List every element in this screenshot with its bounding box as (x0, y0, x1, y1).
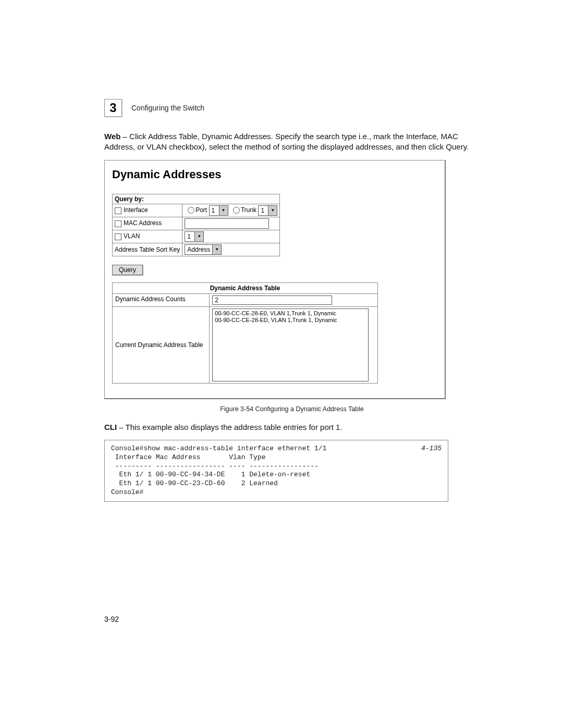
trunk-radio[interactable] (233, 207, 240, 214)
query-button[interactable]: Query (112, 265, 143, 275)
intro-bold: Web (104, 132, 120, 141)
list-item[interactable]: 00-90-CC-CE-28-E0, VLAN 1,Trunk 1, Dynam… (215, 310, 366, 317)
port-dropdown[interactable]: 1▼ (209, 205, 228, 216)
screenshot-title: Dynamic Addresses (112, 168, 437, 181)
sortkey-controls: Address▼ (182, 243, 280, 256)
cli-line: Console# (111, 488, 143, 496)
page-number: 3-92 (104, 615, 119, 623)
chapter-badge: 3 (104, 99, 122, 117)
mac-input[interactable] (185, 218, 269, 229)
sortkey-dropdown[interactable]: Address▼ (185, 244, 222, 255)
interface-checkbox[interactable] (115, 207, 121, 214)
mac-checkbox[interactable] (115, 220, 121, 227)
dynamic-address-table: Dynamic Address Table Dynamic Address Co… (112, 282, 378, 384)
chevron-down-icon: ▼ (268, 206, 277, 215)
chevron-down-icon: ▼ (194, 232, 203, 241)
cli-page-ref: 4-135 (421, 445, 442, 453)
dat-listbox[interactable]: 00-90-CC-CE-28-E0, VLAN 1,Trunk 1, Dynam… (212, 309, 369, 381)
header-title: Configuring the Switch (131, 104, 204, 112)
vlan-row-controls: 1▼ (182, 230, 280, 243)
interface-row-label-cell: Interface (113, 204, 182, 217)
dat-counts-label: Dynamic Address Counts (113, 293, 210, 306)
cli-line: Eth 1/ 1 00-90-CC-94-34-DE 1 Delete-on-r… (111, 471, 310, 478)
dat-counts-value: 2 (212, 295, 332, 305)
query-header: Query by: (113, 194, 280, 204)
cli-text: – This example also displays the address… (117, 423, 342, 431)
interface-label: Interface (124, 206, 148, 214)
intro-text: – Click Address Table, Dynamic Addresses… (104, 132, 469, 151)
port-label: Port (195, 206, 207, 214)
cli-line: Eth 1/ 1 00-90-CC-23-CD-60 2 Learned (111, 479, 278, 487)
dat-current-label: Current Dynamic Address Table (113, 306, 210, 383)
intro-paragraph: Web – Click Address Table, Dynamic Addre… (104, 131, 480, 153)
cli-paragraph: CLI – This example also displays the add… (104, 422, 480, 433)
vlan-label: VLAN (124, 232, 140, 240)
chevron-down-icon: ▼ (212, 245, 221, 254)
cli-output: Console#show mac-address-table interface… (104, 440, 448, 502)
vlan-dropdown[interactable]: 1▼ (185, 231, 204, 242)
sortkey-label: Address Table Sort Key (113, 243, 182, 256)
interface-row-controls: Port 1▼ Trunk 1▼ (182, 204, 280, 217)
vlan-row-label-cell: VLAN (113, 230, 182, 243)
cli-line: Interface Mac Address Vlan Type (111, 453, 265, 461)
cli-line: Console#show mac-address-table interface… (111, 445, 326, 452)
dat-current-cell: 00-90-CC-CE-28-E0, VLAN 1,Trunk 1, Dynam… (210, 306, 378, 383)
chevron-down-icon: ▼ (219, 206, 228, 215)
mac-label: MAC Address (124, 219, 162, 227)
vlan-checkbox[interactable] (115, 233, 121, 240)
page-content: 3 Configuring the Switch Web – Click Add… (104, 99, 480, 502)
list-item[interactable]: 00-90-CC-CE-28-ED, VLAN 1,Trunk 1, Dynam… (215, 317, 366, 324)
cli-line: --------- ----------------- ---- -------… (111, 462, 319, 470)
screenshot-frame: Dynamic Addresses Query by: Interface Po… (104, 160, 446, 399)
trunk-label: Trunk (241, 206, 256, 214)
mac-row-controls (182, 217, 280, 230)
cli-bold: CLI (104, 423, 117, 431)
query-table: Query by: Interface Port 1▼ Trunk 1▼ MAC… (112, 194, 280, 256)
dat-counts-cell: 2 (210, 293, 378, 306)
mac-row-label-cell: MAC Address (113, 217, 182, 230)
trunk-dropdown[interactable]: 1▼ (258, 205, 277, 216)
port-radio[interactable] (188, 207, 194, 214)
page-header: 3 Configuring the Switch (104, 99, 480, 117)
figure-caption: Figure 3-54 Configuring a Dynamic Addres… (104, 405, 480, 413)
dat-header: Dynamic Address Table (113, 282, 378, 293)
